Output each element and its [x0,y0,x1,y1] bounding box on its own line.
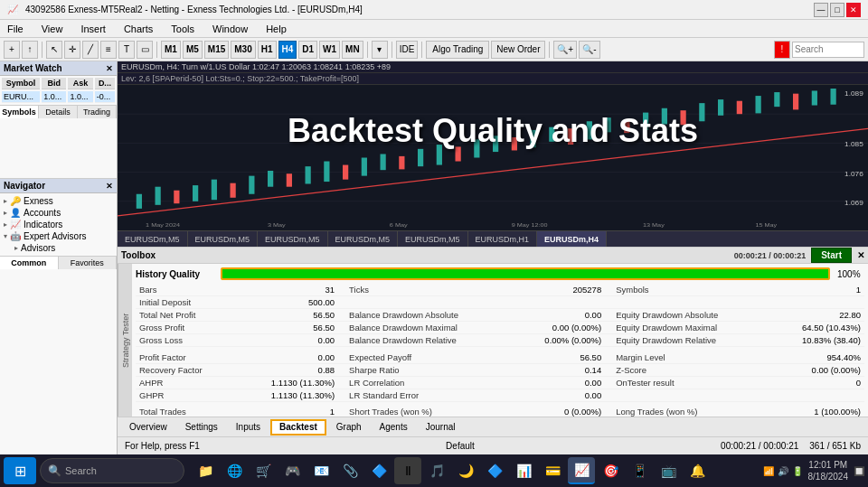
chart-tab-6[interactable]: EURUSDm,H4 [537,231,607,247]
tf-m30[interactable]: M30 [231,41,255,59]
chart-tab-4[interactable]: EURUSDm,M5 [398,231,468,247]
taskbar-app-moon[interactable]: 🌙 [452,457,479,484]
chart-tab-0[interactable]: EURUSDm,M5 [118,231,188,247]
tf-w1[interactable]: W1 [319,41,340,59]
navigator-panel: Navigator ✕ ▸ 🔑 Exness ▸ 👤 Accounts [0,179,117,454]
mw-row[interactable]: EURU... 1.0... 1.0... -0... [2,91,115,103]
toolbar-text[interactable]: T [118,41,135,59]
chart-area: EURUSDm, H4: Turn w/1.US Dollar 1:02:47 … [118,61,868,247]
nav-item-accounts[interactable]: ▸ 👤 Accounts [2,207,115,219]
bt-tab-overview[interactable]: Overview [121,419,175,435]
taskbar-app-xbox[interactable]: 🎮 [278,457,306,484]
taskbar-apps: 📁 🌐 🛒 🎮 📧 📎 🔷 Ⅱ 🎵 🌙 🔷 📊 💳 📈 🎯 📱 📺 🔔 [192,457,711,484]
menu-help[interactable]: Help [262,23,290,34]
taskbar-app-spotify[interactable]: 🎵 [423,457,450,484]
taskbar-app-bell[interactable]: 🔔 [684,457,711,484]
nav-tab-common[interactable]: Common [0,257,59,269]
start-button-taskbar[interactable]: ⊞ [4,457,36,484]
mw-tab-trading[interactable]: Trading [78,106,117,118]
menu-tools[interactable]: Tools [167,23,198,34]
taskbar-search-bar[interactable]: 🔍 Search [40,458,184,483]
menu-charts[interactable]: Charts [120,23,156,34]
close-button[interactable]: ✕ [846,3,861,17]
taskbar-app-chart[interactable]: 📊 [510,457,537,484]
mw-tab-details[interactable]: Details [39,106,78,118]
taskbar-app-phone[interactable]: 📱 [626,457,653,484]
toolbar-dropdown1[interactable]: ▾ [372,41,388,59]
toolbar-zoom-out[interactable]: 🔍- [579,41,599,59]
chart-tab-5[interactable]: EURUSDm,H1 [468,231,538,247]
tt-label: Total Trades [136,406,237,417]
taskbar-app-file[interactable]: 📁 [192,457,219,484]
toolbar-new[interactable]: + [4,41,20,59]
chart-tab-2[interactable]: EURUSDm,M5 [258,231,328,247]
bars-value: 31 [237,284,338,296]
minimize-button[interactable]: — [814,3,828,17]
bt-tab-journal[interactable]: Journal [418,419,464,435]
toolbar-notification[interactable]: ! [774,41,790,59]
tf-d1[interactable]: D1 [298,41,317,59]
tf-h1[interactable]: H1 [258,41,277,59]
nav-item-experts[interactable]: ▾ 🤖 Expert Advisors [2,230,115,242]
toolbar-search-input[interactable] [792,42,864,58]
toolbar-shapes[interactable]: ▭ [137,41,153,59]
market-watch-close[interactable]: ✕ [106,64,113,73]
nav-label-exness: Exness [24,196,53,206]
tf-m15[interactable]: M15 [204,41,229,59]
taskbar-app-mt5[interactable]: 📈 [568,457,595,484]
toolbar-cursor[interactable]: ↖ [46,41,62,59]
notification-icon[interactable]: 🔲 [854,466,864,476]
stats-row-gross-profit: Gross Profit 56.50 Balance Drawdown Maxi… [136,322,864,334]
start-button[interactable]: Start [811,248,852,263]
taskbar-app-onedrive[interactable]: 🔷 [365,457,392,484]
toolbar-line[interactable]: ╱ [82,41,99,59]
maximize-button[interactable]: □ [830,3,844,17]
st-close[interactable]: ✕ [857,250,864,260]
taskbar-app-store[interactable]: 🛒 [250,457,277,484]
window-controls: — □ ✕ [814,3,861,17]
bt-tab-graph[interactable]: Graph [328,419,370,435]
tf-mn[interactable]: MN [342,41,363,59]
tf-m1[interactable]: M1 [161,41,181,59]
nav-item-exness[interactable]: ▸ 🔑 Exness [2,195,115,207]
bt-tab-settings[interactable]: Settings [177,419,226,435]
strategy-tester-label[interactable]: Strategy Tester [118,264,132,417]
chart-tab-1[interactable]: EURUSDm,M5 [188,231,259,247]
taskbar-app-card[interactable]: 💳 [539,457,566,484]
init-dep-value: 500.00 [237,296,338,309]
mw-tab-symbols[interactable]: Symbols [0,106,39,118]
toolbar-open[interactable]: ↑ [22,41,38,59]
taskbar-app-media[interactable]: Ⅱ [394,457,421,484]
stats-row-profit: Total Net Profit 56.50 Balance Drawdown … [136,309,864,322]
tf-h4[interactable]: H4 [278,41,297,59]
taskbar-app-tv[interactable]: 📺 [655,457,682,484]
taskbar-clock[interactable]: 12:01 PM 8/18/2024 [808,459,849,482]
menu-view[interactable]: View [38,23,67,34]
taskbar-app-target[interactable]: 🎯 [597,457,624,484]
menu-insert[interactable]: Insert [77,23,109,34]
toolbar-sep1 [42,42,42,58]
chart-canvas[interactable]: 1.089 1.085 1.076 1.069 1 May 2024 3 May… [118,85,868,230]
hq-bar-fill [222,269,828,278]
tf-m5[interactable]: M5 [183,41,203,59]
toolbar-ide[interactable]: IDE [396,41,419,59]
nav-item-advisors[interactable]: ▸ Advisors [2,242,115,254]
nav-item-indicators[interactable]: ▸ 📈 Indicators [2,219,115,230]
menu-window[interactable]: Window [209,23,251,34]
toolbar-hline[interactable]: ≡ [100,41,117,59]
toolbar-algo[interactable]: Algo Trading [426,41,489,59]
menu-file[interactable]: File [4,23,27,34]
toolbar-new-order[interactable]: New Order [491,41,545,59]
toolbar-zoom-in[interactable]: 🔍+ [553,41,577,59]
taskbar-app-office[interactable]: 📎 [336,457,363,484]
taskbar-app-edge[interactable]: 🌐 [221,457,248,484]
navigator-close[interactable]: ✕ [106,182,113,191]
toolbar-crosshair[interactable]: ✛ [64,41,80,59]
bt-tab-inputs[interactable]: Inputs [228,419,269,435]
taskbar-app-diamond[interactable]: 🔷 [481,457,508,484]
bt-tab-backtest[interactable]: Backtest [270,419,326,435]
nav-tab-favorites[interactable]: Favorites [59,257,118,269]
chart-tab-3[interactable]: EURUSDm,M5 [328,231,399,247]
taskbar-app-mail[interactable]: 📧 [307,457,335,484]
bt-tab-agents[interactable]: Agents [372,419,416,435]
